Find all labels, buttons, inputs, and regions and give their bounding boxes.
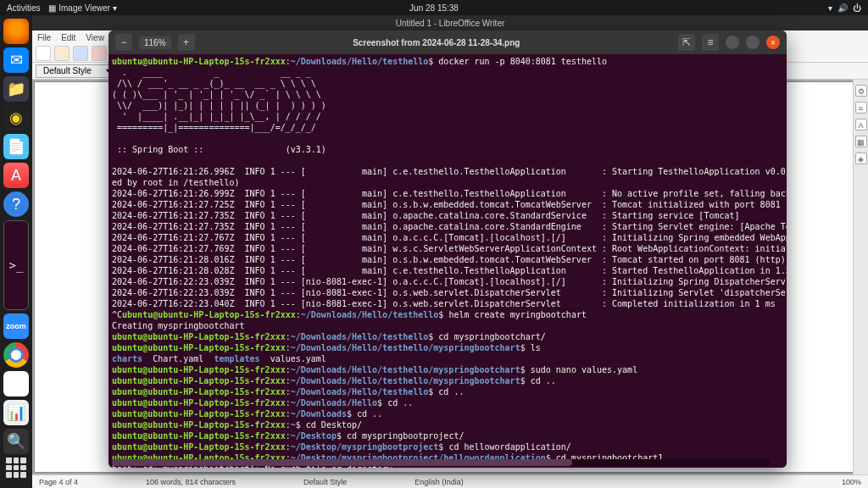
dock-image-viewer[interactable]: 🔍 [3,429,29,454]
share-button[interactable]: ⇱ [678,34,695,51]
zoom-in-button[interactable]: + [178,34,195,51]
status-words: 106 words, 814 characters [146,478,236,486]
power-icon[interactable]: ⏻ [853,3,861,13]
writer-titlebar[interactable]: Untitled 1 - LibreOffice Writer [32,15,868,30]
active-app-indicator[interactable]: ▦ Image Viewer ▾ [48,3,117,13]
paragraph-style-select[interactable]: Default Style [36,64,118,78]
menu-file[interactable]: File [37,33,51,42]
menu-button[interactable]: ≡ [702,34,719,51]
show-applications[interactable] [6,458,26,478]
ubuntu-dock: ✉ 📁 ◉ 📄 A ? >_ zoom ✱ 📊 🔍 [0,15,32,488]
maximize-button[interactable] [746,36,760,49]
save-button[interactable] [73,46,88,61]
dock-files[interactable]: 📁 [3,76,29,102]
pdf-button[interactable] [92,46,107,61]
dock-libreoffice-writer[interactable]: 📄 [3,134,29,159]
status-page: Page 4 of 4 [39,478,78,486]
sidebar-navigator-icon[interactable]: ◈ [855,152,867,164]
dock-firefox[interactable] [3,19,29,44]
dock-help[interactable]: ? [3,191,29,217]
image-viewer-header[interactable]: − 116% + Screenshot from 2024-06-28 11-2… [108,30,787,54]
dock-zoom[interactable]: zoom [3,313,29,339]
scrollbar-thumb[interactable] [112,459,572,466]
sidebar-settings-icon[interactable]: ⚙ [855,85,867,97]
close-button[interactable]: × [766,36,780,49]
image-viewer-window: − 116% + Screenshot from 2024-06-28 11-2… [108,30,787,468]
writer-statusbar: Page 4 of 4 106 words, 814 characters De… [32,474,868,488]
zoom-out-button[interactable]: − [115,34,132,51]
horizontal-scrollbar[interactable] [112,459,770,466]
status-style: Default Style [303,478,347,486]
dock-software[interactable]: A [3,163,29,188]
gnome-top-bar: Activities ▦ Image Viewer ▾ Jun 28 15:38… [0,0,868,15]
network-icon[interactable]: ▾ [828,3,832,13]
dock-thunderbird[interactable]: ✉ [3,47,29,73]
terminal-screenshot-content: ubuntu@ubuntu-HP-Laptop-15s-fr2xxx:~/Dow… [108,54,787,468]
image-viewer-title: Screenshot from 2024-06-28 11-28-34.png [202,38,671,47]
dock-rhythmbox[interactable]: ◉ [3,105,29,130]
volume-icon[interactable]: 🔊 [837,3,848,13]
status-language[interactable]: English (India) [415,478,464,486]
menu-view[interactable]: View [86,33,104,42]
sidebar-gallery-icon[interactable]: ▦ [855,136,867,147]
zoom-level[interactable]: 116% [139,36,171,49]
new-doc-button[interactable] [36,46,51,61]
status-zoom[interactable]: 100% [842,478,861,486]
clock[interactable]: Jun 28 15:38 [409,3,459,13]
minimize-button[interactable] [726,36,739,49]
menu-edit[interactable]: Edit [61,33,75,42]
sidebar-properties-icon[interactable]: ≡ [855,102,867,114]
writer-sidebar: ⚙ ≡ A ▦ ◈ [853,80,868,474]
dock-slack[interactable]: ✱ [3,371,29,396]
dock-chrome[interactable] [3,342,29,368]
activities-button[interactable]: Activities [7,3,40,13]
open-button[interactable] [54,46,70,61]
dock-terminal[interactable]: >_ [3,220,29,310]
dock-libreoffice-calc[interactable]: 📊 [3,400,29,425]
sidebar-styles-icon[interactable]: A [855,119,867,130]
